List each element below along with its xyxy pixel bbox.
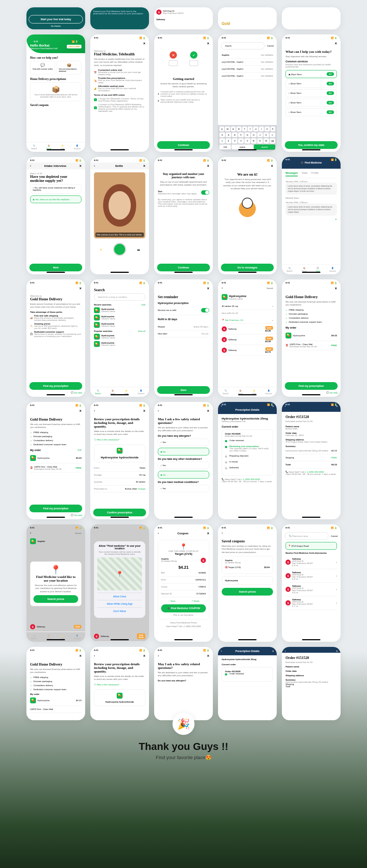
delivery-card[interactable]: 📦Get your prescriptions delivered <box>57 61 81 74</box>
camera-flip-icon[interactable]: 📷 <box>137 248 140 251</box>
nav-gold[interactable]: ⭐Gold <box>252 389 256 395</box>
about-link[interactable]: About Find Medicine Prices <box>158 622 209 624</box>
close-icon[interactable]: × <box>143 409 145 413</box>
store-price-row[interactable]: SSafewayGold$3.28 <box>222 324 273 334</box>
service-row[interactable]: ○ Short-Term$15 <box>286 80 337 88</box>
why-link[interactable]: ⓘ Why is this necessary? <box>94 438 145 442</box>
flash-icon[interactable]: ⚡ <box>99 248 102 251</box>
search-prices-btn[interactable]: Search prices <box>222 588 273 596</box>
coupon-card[interactable]: Hydroxyzine <box>222 576 273 585</box>
gold-badge[interactable]: GOLD CARD <box>67 45 81 48</box>
close-icon[interactable]: × <box>272 405 274 407</box>
answer-option-selected[interactable]: ◉ Yes, have run out the this medicine <box>30 195 81 203</box>
save-btn[interactable]: ♡ Save <box>161 600 182 602</box>
shutter-btn[interactable] <box>113 243 126 256</box>
back-icon[interactable]: ‹ <box>222 531 223 535</box>
allow-once-btn[interactable]: Allow Once <box>97 593 142 600</box>
close-icon[interactable]: × <box>271 164 273 168</box>
edit-link[interactable]: Edit <box>142 304 145 306</box>
yes-option[interactable]: ○ Yes <box>158 462 209 469</box>
get-help-link[interactable]: 💬 Get help <box>326 392 338 394</box>
nav-home[interactable]: 🏠Home <box>302 267 306 272</box>
service-row[interactable]: ◉ Short-Term$15 <box>286 70 337 78</box>
tab-profile[interactable]: Profile <box>311 172 319 176</box>
find-rx-btn[interactable]: Find my prescription <box>285 382 338 390</box>
tab-messages[interactable]: Messages <box>286 172 298 176</box>
search-input[interactable]: Search for a drug or condition <box>94 293 145 301</box>
back-icon[interactable]: ‹ <box>221 405 222 407</box>
find-rx-btn[interactable]: Find my prescription <box>29 382 82 390</box>
yes-option[interactable]: ○ Yes <box>158 485 209 492</box>
continue-btn[interactable]: Continue <box>157 264 210 271</box>
close-icon[interactable]: × <box>143 164 145 168</box>
consent2-checkbox[interactable] <box>94 106 97 109</box>
answer-option[interactable]: ○ No, still have some medicine and takin… <box>30 184 81 194</box>
dont-allow-btn[interactable]: Don't Allow <box>97 607 142 615</box>
close-icon[interactable]: × <box>79 286 81 290</box>
get-help-link[interactable]: 💬 Get help <box>71 392 82 394</box>
store-price-row[interactable]: SSafewayGold$3.73 <box>222 345 273 356</box>
nav-account[interactable]: 👤Account <box>265 389 272 395</box>
close-icon[interactable]: × <box>207 41 209 45</box>
close-icon[interactable]: × <box>143 41 145 45</box>
setting-row[interactable]: RepeatEvery 30 days › <box>158 323 209 330</box>
get-help-link[interactable]: 💬 Get help <box>71 514 82 516</box>
result-row[interactable]: AspirinNot refillable <box>222 52 273 59</box>
consent1-checkbox[interactable] <box>94 98 97 101</box>
share-btn[interactable]: ↗ Share <box>185 600 206 602</box>
back-icon[interactable]: ‹ <box>158 409 159 413</box>
nav-account[interactable]: 👤Account <box>138 389 144 395</box>
search-result[interactable]: 💊HydroxyzineGeneric name <box>94 315 145 321</box>
save-btn[interactable]: Save <box>157 386 210 394</box>
search-prices-btn[interactable]: Search prices <box>33 595 78 603</box>
close-icon[interactable]: × <box>79 409 81 413</box>
allow-using-btn[interactable]: Allow While Using App <box>97 600 142 607</box>
result-row[interactable]: oxyCODONE - AspirinNot refillable <box>222 66 273 73</box>
nav-account[interactable]: 👤Account <box>74 634 80 640</box>
back-icon[interactable]: ‹ <box>158 532 159 535</box>
cancel-link[interactable]: Cancel <box>331 535 338 537</box>
viewall-link[interactable]: View all <box>138 330 145 332</box>
messages-btn[interactable]: Go to messages <box>221 264 274 271</box>
confirm-state-btn[interactable]: Yes, confirm my state <box>285 141 338 149</box>
search-result[interactable]: 💊HydroxyzineGeneric name <box>94 307 145 313</box>
nav-care[interactable]: 💬Care <box>316 267 320 272</box>
close-icon[interactable]: × <box>79 654 81 658</box>
close-icon[interactable]: × <box>207 409 209 413</box>
service-row[interactable]: ○ Short-Term$15 <box>286 89 337 97</box>
pharmacy-input[interactable]: 🔍 Pharmacy name <box>285 532 328 540</box>
nav-search[interactable]: 🔍Search <box>287 267 292 272</box>
no-thanks-link[interactable]: No thanks <box>29 25 83 27</box>
pharmacy-row[interactable]: SSafeway318 King StSan Francisco 941070.… <box>286 583 337 596</box>
search-result[interactable]: 💊HydroxyzineGeneric name <box>94 341 145 347</box>
no-option[interactable]: ◉ No <box>158 448 209 455</box>
nav-search[interactable]: 🔍Search <box>31 144 37 150</box>
close-icon[interactable]: × <box>336 405 338 407</box>
confirm-rx-btn[interactable]: Confirm prescription <box>93 509 146 516</box>
nav-search[interactable]: 🔍Search <box>95 389 101 395</box>
close-icon[interactable]: × <box>207 286 209 290</box>
nav-home[interactable]: 🏠Home <box>46 144 51 150</box>
text-toggle[interactable] <box>201 190 209 195</box>
pharmacy-row[interactable]: SSafeway298 King StSan Francisco 941070.… <box>286 569 337 583</box>
tab-visits[interactable]: Visits <box>301 172 308 176</box>
result-row[interactable]: oxyCODONE - AspirinNot refillable <box>222 73 273 80</box>
nav-gold[interactable]: ⭐Gold <box>61 144 65 150</box>
location-row[interactable]: 📍 San Francisco, CA› <box>222 316 273 324</box>
next-btn[interactable]: Next <box>29 264 82 271</box>
setting-row[interactable]: Next alertOct 12 › <box>158 330 209 337</box>
edit-link[interactable]: Edit <box>78 449 81 451</box>
nav-gold[interactable]: ⭐Gold <box>124 389 128 395</box>
no-option[interactable]: ◉ No <box>158 471 209 479</box>
nav-home[interactable]: 🏠Home <box>238 389 243 395</box>
nav-search[interactable]: 🔍Search <box>31 634 37 640</box>
result-row[interactable]: oxyCODONE - AspirinNot refillable <box>222 59 273 66</box>
close-icon[interactable]: × <box>207 164 209 168</box>
close-icon[interactable]: × <box>335 41 337 45</box>
close-icon[interactable]: × <box>207 531 209 535</box>
nav-search[interactable]: 🔍Search <box>223 389 229 395</box>
close-icon[interactable]: × <box>79 164 81 168</box>
back-icon[interactable]: ‹ <box>285 405 286 407</box>
close-icon[interactable]: × <box>335 286 337 290</box>
coupon-card[interactable]: Aspirin 10 tablets 81mg 🎯 Target (CVS)$3… <box>222 556 273 574</box>
